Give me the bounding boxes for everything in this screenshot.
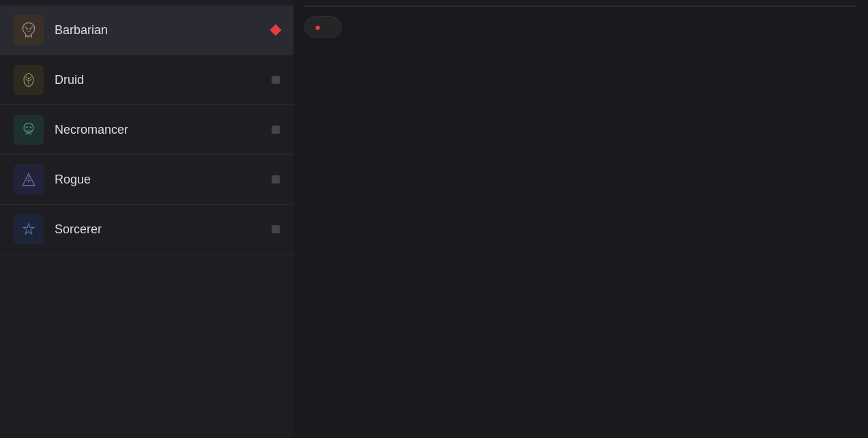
barbarian-icon: [14, 15, 44, 45]
rogue-icon: [14, 164, 44, 194]
druid-icon: [14, 65, 44, 95]
sidebar-item-druid[interactable]: Druid: [0, 55, 293, 105]
rogue-indicator: [272, 175, 280, 184]
svg-point-0: [26, 28, 28, 30]
barbarian-label: Barbarian: [55, 23, 272, 38]
sidebar: Barbarian Druid Necromancer Rogue Sorcer…: [0, 0, 293, 438]
svg-point-1: [29, 28, 31, 30]
main-content: ●: [293, 0, 868, 438]
sorcerer-label: Sorcerer: [55, 222, 272, 237]
svg-point-4: [29, 126, 31, 128]
druid-indicator: [272, 76, 280, 84]
sorcerer-icon: [14, 214, 44, 244]
necromancer-icon: [14, 115, 44, 145]
necromancer-indicator: [272, 126, 280, 134]
rogue-label: Rogue: [55, 173, 272, 187]
sidebar-item-barbarian[interactable]: Barbarian: [0, 5, 293, 55]
barbarian-indicator: [270, 25, 282, 36]
creator-badge: ●: [304, 16, 342, 38]
sorcerer-indicator: [272, 225, 280, 233]
sidebar-item-necromancer[interactable]: Necromancer: [0, 105, 293, 155]
tab-bar: [304, 0, 857, 7]
sidebar-item-rogue[interactable]: Rogue: [0, 155, 293, 205]
sidebar-item-sorcerer[interactable]: Sorcerer: [0, 205, 293, 254]
druid-label: Druid: [55, 73, 272, 87]
creator-icon: ●: [315, 21, 321, 33]
svg-point-3: [26, 126, 28, 128]
necromancer-label: Necromancer: [55, 123, 272, 137]
